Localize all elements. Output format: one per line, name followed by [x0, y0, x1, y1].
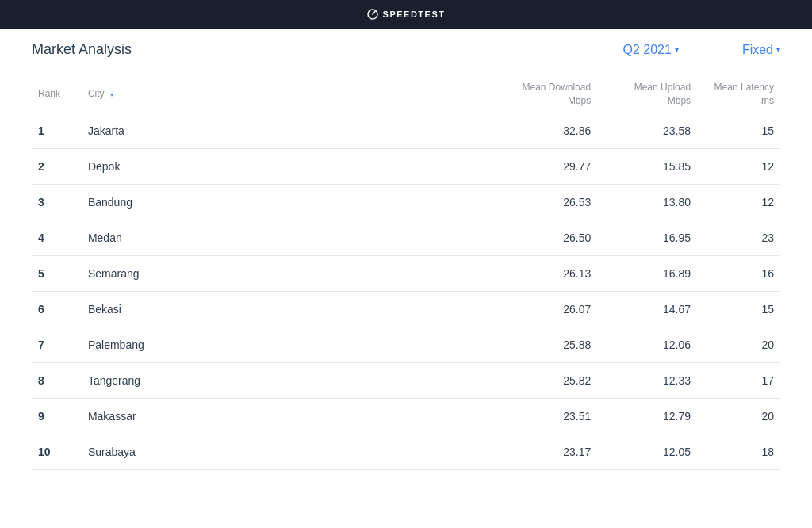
city-cell: Jakarta: [82, 113, 497, 148]
rank-cell: 7: [32, 327, 82, 362]
latency-cell: 15: [697, 113, 780, 148]
city-cell: Tangerang: [82, 362, 497, 398]
upload-cell: 12.33: [597, 362, 697, 398]
connection-dropdown[interactable]: Fixed ▾: [742, 43, 780, 57]
city-cell: Bandung: [82, 184, 497, 220]
upload-cell: 16.89: [597, 255, 697, 291]
upload-cell: 14.67: [597, 291, 697, 327]
table-header-row: Rank City ▾ Mean Download Mbps Mean Uplo…: [32, 71, 780, 113]
download-cell: 26.50: [497, 220, 597, 255]
download-cell: 25.82: [497, 362, 597, 398]
period-dropdown-arrow: ▾: [675, 45, 679, 54]
table-row: 3 Bandung 26.53 13.80 12: [32, 184, 780, 220]
upload-cell: 23.58: [597, 113, 697, 148]
rank-cell: 10: [32, 434, 82, 469]
upload-cell: 15.85: [597, 148, 697, 184]
top-bar: SPEEDTEST: [0, 0, 812, 29]
latency-column-header: Mean Latency ms: [697, 71, 780, 113]
speedtest-logo-icon: [367, 9, 378, 20]
page-title: Market Analysis: [32, 41, 622, 58]
page-header: Market Analysis Q2 2021 ▾ Fixed ▾: [0, 29, 812, 71]
table-row: 5 Semarang 26.13 16.89 16: [32, 255, 780, 291]
download-cell: 26.13: [497, 255, 597, 291]
rank-cell: 3: [32, 184, 82, 220]
sort-icon: ▾: [110, 90, 113, 99]
rank-column-header: Rank: [32, 71, 82, 113]
download-cell: 25.88: [497, 327, 597, 362]
speedtest-logo: SPEEDTEST: [367, 9, 446, 20]
table-row: 8 Tangerang 25.82 12.33 17: [32, 362, 780, 398]
city-column-header: City ▾: [82, 71, 497, 113]
rank-cell: 8: [32, 362, 82, 398]
rank-cell: 6: [32, 291, 82, 327]
download-cell: 23.51: [497, 398, 597, 434]
city-cell: Bekasi: [82, 291, 497, 327]
download-column-header: Mean Download Mbps: [497, 71, 597, 113]
header-controls: Q2 2021 ▾ Fixed ▾: [622, 43, 780, 57]
data-table-container: Rank City ▾ Mean Download Mbps Mean Uplo…: [0, 71, 812, 470]
download-cell: 29.77: [497, 148, 597, 184]
rank-cell: 4: [32, 220, 82, 255]
download-cell: 26.07: [497, 291, 597, 327]
upload-cell: 12.06: [597, 327, 697, 362]
table-row: 6 Bekasi 26.07 14.67 15: [32, 291, 780, 327]
latency-cell: 12: [697, 184, 780, 220]
latency-cell: 16: [697, 255, 780, 291]
svg-line-1: [373, 12, 375, 15]
download-cell: 32.86: [497, 113, 597, 148]
city-cell: Semarang: [82, 255, 497, 291]
rank-cell: 1: [32, 113, 82, 148]
download-cell: 23.17: [497, 434, 597, 469]
upload-cell: 12.79: [597, 398, 697, 434]
speedtest-logo-text: SPEEDTEST: [383, 10, 446, 19]
latency-cell: 17: [697, 362, 780, 398]
city-cell: Makassar: [82, 398, 497, 434]
table-body: 1 Jakarta 32.86 23.58 15 2 Depok 29.77 1…: [32, 113, 780, 469]
city-cell: Medan: [82, 220, 497, 255]
period-dropdown[interactable]: Q2 2021 ▾: [622, 43, 678, 57]
city-cell: Surabaya: [82, 434, 497, 469]
download-cell: 26.53: [497, 184, 597, 220]
connection-dropdown-arrow: ▾: [776, 45, 780, 54]
period-label: Q2 2021: [622, 43, 671, 57]
table-row: 2 Depok 29.77 15.85 12: [32, 148, 780, 184]
rank-cell: 5: [32, 255, 82, 291]
rank-cell: 2: [32, 148, 82, 184]
latency-cell: 12: [697, 148, 780, 184]
latency-cell: 15: [697, 291, 780, 327]
city-cell: Depok: [82, 148, 497, 184]
latency-cell: 23: [697, 220, 780, 255]
upload-column-header: Mean Upload Mbps: [597, 71, 697, 113]
table-row: 10 Surabaya 23.17 12.05 18: [32, 434, 780, 469]
table-row: 1 Jakarta 32.86 23.58 15: [32, 113, 780, 148]
latency-cell: 20: [697, 327, 780, 362]
connection-label: Fixed: [742, 43, 773, 57]
upload-cell: 12.05: [597, 434, 697, 469]
table-row: 7 Palembang 25.88 12.06 20: [32, 327, 780, 362]
latency-cell: 18: [697, 434, 780, 469]
market-analysis-table: Rank City ▾ Mean Download Mbps Mean Uplo…: [32, 71, 780, 470]
city-cell: Palembang: [82, 327, 497, 362]
table-row: 4 Medan 26.50 16.95 23: [32, 220, 780, 255]
rank-cell: 9: [32, 398, 82, 434]
latency-cell: 20: [697, 398, 780, 434]
table-row: 9 Makassar 23.51 12.79 20: [32, 398, 780, 434]
upload-cell: 13.80: [597, 184, 697, 220]
upload-cell: 16.95: [597, 220, 697, 255]
